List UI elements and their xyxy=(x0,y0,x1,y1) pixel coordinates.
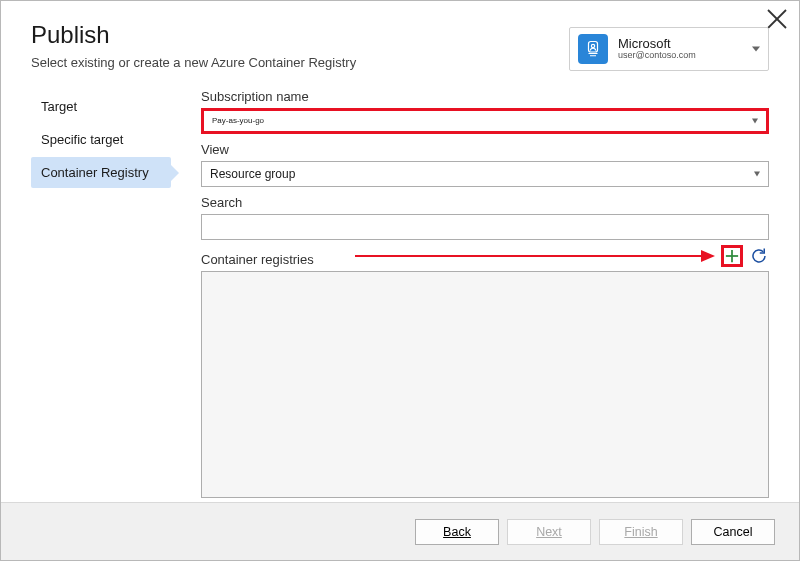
next-button: Next xyxy=(507,519,591,545)
chevron-down-icon xyxy=(752,119,758,124)
finish-label: Finish xyxy=(624,525,657,539)
sidebar-item-label: Container Registry xyxy=(41,165,149,180)
search-label: Search xyxy=(201,195,769,210)
svg-point-3 xyxy=(591,44,594,47)
dialog-subtitle: Select existing or create a new Azure Co… xyxy=(31,55,356,70)
plus-icon xyxy=(725,249,739,263)
account-picker[interactable]: Microsoft user@contoso.com xyxy=(569,27,769,71)
publish-dialog: Publish Select existing or create a new … xyxy=(0,0,800,561)
sidebar-item-label: Specific target xyxy=(41,132,123,147)
next-label: Next xyxy=(536,525,562,539)
finish-button: Finish xyxy=(599,519,683,545)
view-value: Resource group xyxy=(210,167,295,181)
account-avatar-icon xyxy=(578,34,608,64)
subscription-dropdown[interactable]: Pay-as-you-go xyxy=(201,108,769,134)
chevron-down-icon xyxy=(752,47,760,52)
account-name: Microsoft xyxy=(618,37,696,51)
sidebar-item-label: Target xyxy=(41,99,77,114)
svg-marker-5 xyxy=(701,250,715,262)
annotation-arrow xyxy=(355,248,715,264)
refresh-icon xyxy=(750,247,768,265)
subscription-value: Pay-as-you-go xyxy=(212,116,264,125)
account-email: user@contoso.com xyxy=(618,51,696,61)
back-label: Back xyxy=(443,525,471,539)
view-dropdown[interactable]: Resource group xyxy=(201,161,769,187)
cancel-label: Cancel xyxy=(714,525,753,539)
dialog-header: Publish Select existing or create a new … xyxy=(1,1,799,81)
sidebar-item-specific-target[interactable]: Specific target xyxy=(31,124,171,155)
search-input[interactable] xyxy=(201,214,769,240)
container-registries-label: Container registries xyxy=(201,252,314,267)
dialog-footer: Back Next Finish Cancel xyxy=(1,502,799,560)
back-button[interactable]: Back xyxy=(415,519,499,545)
add-registry-button[interactable] xyxy=(721,245,743,267)
cancel-button[interactable]: Cancel xyxy=(691,519,775,545)
sidebar-item-target[interactable]: Target xyxy=(31,91,171,122)
container-registries-list[interactable] xyxy=(201,271,769,498)
wizard-sidebar: Target Specific target Container Registr… xyxy=(31,81,171,502)
subscription-label: Subscription name xyxy=(201,89,769,104)
refresh-registries-button[interactable] xyxy=(749,246,769,266)
container-registries-header: Container registries xyxy=(201,240,769,271)
dialog-body: Target Specific target Container Registr… xyxy=(1,81,799,502)
view-label: View xyxy=(201,142,769,157)
sidebar-item-container-registry[interactable]: Container Registry xyxy=(31,157,171,188)
dialog-title: Publish xyxy=(31,21,356,49)
chevron-down-icon xyxy=(754,172,760,177)
form-panel: Subscription name Pay-as-you-go View Res… xyxy=(171,81,769,502)
